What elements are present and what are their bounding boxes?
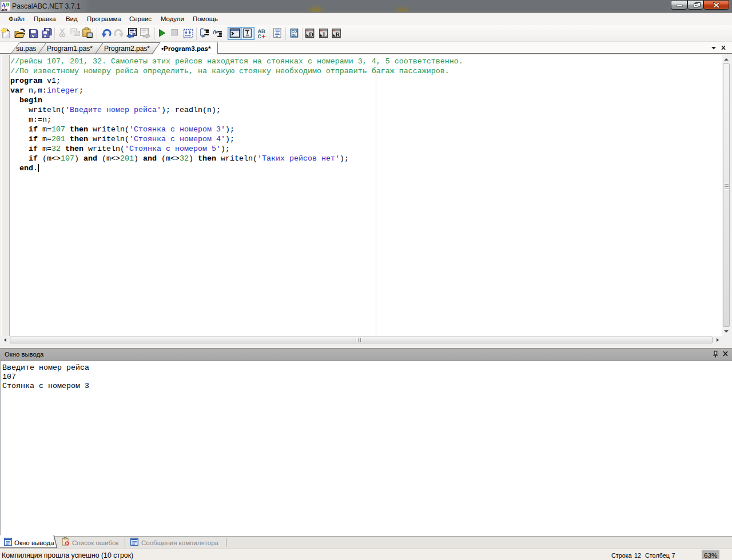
svg-text:+: + (261, 33, 265, 41)
svg-text:R: R (336, 31, 341, 38)
svg-text:DE: DE (292, 34, 297, 38)
svg-text:D: D (309, 31, 313, 38)
svg-text:L: L (323, 31, 327, 38)
svg-text:.net: .net (1, 7, 7, 11)
